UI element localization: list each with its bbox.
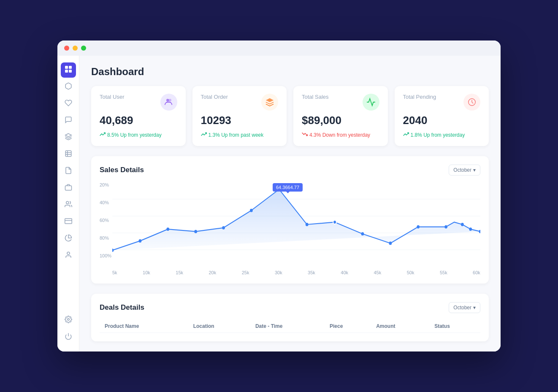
col-date-time: Date - Time xyxy=(250,320,325,333)
stat-change-orders: 1.3% Up from past week xyxy=(201,131,279,138)
layers-icon xyxy=(65,133,72,142)
orders-stat-icon xyxy=(261,94,278,111)
col-location: Location xyxy=(188,320,250,333)
sales-chart-card: Sales Details October ▾ 100% 80% 60% 40%… xyxy=(91,156,489,284)
stat-label-sales: Total Sales xyxy=(302,94,329,100)
sidebar-item-card[interactable] xyxy=(61,214,76,230)
doc-icon xyxy=(65,167,72,176)
stat-change-text-pending: 1.8% Up from yesterday xyxy=(411,132,465,138)
svg-point-33 xyxy=(389,242,392,245)
stat-change-pending: 1.8% Up from yesterday xyxy=(403,131,481,138)
stat-value-pending: 2040 xyxy=(403,114,481,127)
svg-point-31 xyxy=(333,220,336,224)
deals-title: Deals Details xyxy=(100,303,144,312)
sidebar-item-doc[interactable] xyxy=(61,164,76,179)
sales-stat-icon xyxy=(363,94,379,111)
stat-value-orders: 10293 xyxy=(201,114,279,127)
deals-month-selector[interactable]: October ▾ xyxy=(449,302,480,313)
chart-pie-icon xyxy=(65,234,72,243)
up-arrow-icon xyxy=(100,131,106,138)
power-icon xyxy=(65,333,72,342)
deals-card: Deals Details October ▾ Product Name Loc… xyxy=(91,294,489,341)
stat-value-users: 40,689 xyxy=(100,114,177,127)
sidebar xyxy=(57,56,79,351)
expand-dot[interactable] xyxy=(81,46,86,51)
col-piece: Piece xyxy=(325,320,371,333)
users-stat-icon xyxy=(160,94,177,111)
line-chart-svg xyxy=(112,182,480,267)
chart-tooltip: 64.3664.77 xyxy=(273,183,303,192)
col-amount: Amount xyxy=(371,320,429,333)
svg-point-36 xyxy=(461,223,464,226)
stat-change-users: 8.5% Up from yesterday xyxy=(100,131,177,138)
sidebar-item-cube[interactable] xyxy=(61,79,76,95)
svg-point-16 xyxy=(166,99,169,101)
deals-month-label: October xyxy=(453,305,471,311)
app-layout: Dashboard Total User xyxy=(57,56,501,351)
card-icon xyxy=(65,217,72,227)
sidebar-item-users[interactable] xyxy=(61,197,76,213)
table-icon xyxy=(65,150,72,159)
stat-header-orders: Total Order xyxy=(201,94,279,111)
svg-point-27 xyxy=(222,226,225,230)
svg-point-35 xyxy=(444,225,447,229)
close-dot[interactable] xyxy=(64,46,69,51)
deals-table-head: Product Name Location Date - Time Piece … xyxy=(100,320,480,333)
page-title: Dashboard xyxy=(91,66,489,78)
svg-point-38 xyxy=(479,230,480,233)
stat-card-pending: Total Pending 2040 xyxy=(395,86,489,146)
stat-change-text-sales: 4.3% Down from yesterday xyxy=(309,132,370,138)
svg-point-10 xyxy=(66,201,68,204)
stat-header-pending: Total Pending xyxy=(403,94,481,111)
sidebar-item-profile[interactable] xyxy=(61,248,76,263)
pending-stat-icon xyxy=(463,94,480,111)
stat-change-text-orders: 1.3% Up from past week xyxy=(209,132,264,138)
stat-label-users: Total User xyxy=(100,94,125,100)
svg-rect-2 xyxy=(65,70,68,73)
minimize-dot[interactable] xyxy=(73,46,78,51)
sidebar-item-layers[interactable] xyxy=(61,130,76,145)
app-window: Dashboard Total User xyxy=(57,41,501,351)
tooltip-value: 64.3664.77 xyxy=(276,185,299,190)
svg-point-24 xyxy=(138,239,141,243)
up-arrow-icon-pending xyxy=(403,131,409,138)
deals-header: Deals Details October ▾ xyxy=(100,302,480,313)
svg-point-37 xyxy=(469,227,472,231)
svg-rect-3 xyxy=(69,70,72,73)
chevron-down-icon: ▾ xyxy=(473,167,476,173)
svg-point-14 xyxy=(67,319,69,321)
briefcase-icon xyxy=(65,184,72,193)
sidebar-item-dashboard[interactable] xyxy=(61,62,76,78)
deals-table: Product Name Location Date - Time Piece … xyxy=(100,320,480,333)
sidebar-item-table[interactable] xyxy=(61,147,76,162)
svg-point-23 xyxy=(112,249,114,252)
chat-icon xyxy=(65,116,72,125)
svg-point-26 xyxy=(194,230,197,233)
chart-container: 100% 80% 60% 40% 20% 64.3664.77 xyxy=(100,182,480,275)
settings-icon xyxy=(65,316,72,325)
chevron-down-icon-deals: ▾ xyxy=(473,305,476,311)
stat-label-pending: Total Pending xyxy=(403,94,436,100)
down-arrow-icon-sales xyxy=(302,131,308,138)
person-icon xyxy=(65,251,72,260)
month-selector[interactable]: October ▾ xyxy=(449,165,480,176)
sidebar-item-analytics[interactable] xyxy=(61,231,76,246)
sidebar-item-heart[interactable] xyxy=(61,96,76,111)
svg-marker-4 xyxy=(65,134,71,137)
stat-card-sales: Total Sales $89,000 xyxy=(293,86,388,146)
sidebar-item-briefcase[interactable] xyxy=(61,181,76,196)
svg-rect-0 xyxy=(65,66,68,69)
up-arrow-icon-orders xyxy=(201,131,207,138)
svg-point-28 xyxy=(250,209,253,212)
sidebar-item-settings[interactable] xyxy=(61,313,76,328)
stat-change-text-users: 8.5% Up from yesterday xyxy=(107,132,162,138)
svg-point-34 xyxy=(417,225,420,229)
sidebar-item-chat[interactable] xyxy=(61,113,76,128)
x-axis-labels: 5k 10k 15k 20k 25k 30k 35k 40k 45k 50k 5… xyxy=(112,268,480,275)
sidebar-item-power[interactable] xyxy=(61,330,76,345)
stats-grid: Total User 40,689 xyxy=(91,86,489,146)
svg-rect-5 xyxy=(65,151,71,157)
svg-point-13 xyxy=(67,252,70,254)
cube-icon xyxy=(65,82,72,92)
svg-rect-1 xyxy=(69,66,72,69)
